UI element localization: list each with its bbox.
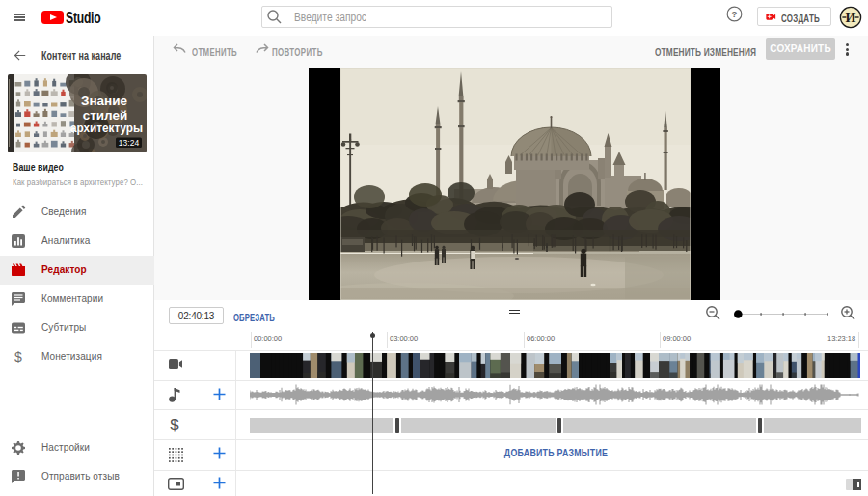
svg-text:$: $ [170,416,179,433]
svg-text:?: ? [732,9,738,19]
svg-text:И: И [846,11,856,25]
svg-text:13:24: 13:24 [119,138,140,148]
svg-text:Знание: Знание [81,94,128,108]
svg-text:архитектуры: архитектуры [70,121,143,135]
svg-text:$: $ [14,349,22,365]
